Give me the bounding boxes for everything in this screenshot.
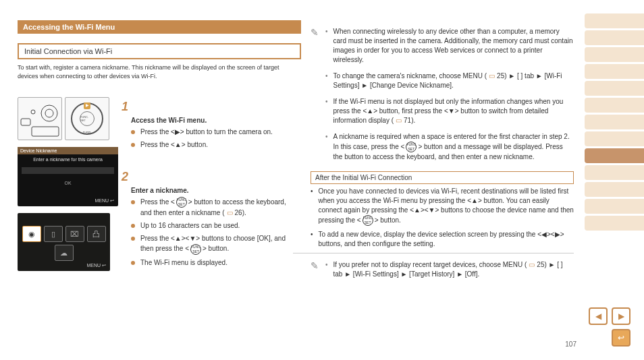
- return-button[interactable]: ↩: [612, 329, 630, 347]
- triangle-right-icon: ▶: [618, 311, 624, 321]
- tab[interactable]: [585, 131, 644, 146]
- func-set-icon: FUNCSET: [176, 197, 187, 208]
- book-icon: ▭: [529, 261, 535, 268]
- book-icon: ▭: [227, 209, 233, 216]
- tab[interactable]: [585, 165, 644, 180]
- down-icon: [429, 206, 435, 214]
- right-icon: [555, 231, 560, 238]
- book-icon: ▭: [396, 117, 402, 124]
- step-line: Press the <> button.: [131, 140, 297, 150]
- step-2: 2 Enter a nickname. Press the <FUNCSET> …: [122, 170, 297, 268]
- func-set-icon: FUNCSET: [190, 244, 201, 255]
- func-set-icon: FUNCSET: [406, 142, 417, 152]
- camera-icon: ◉: [22, 226, 41, 242]
- step-number: 2: [122, 170, 297, 184]
- up-icon: [471, 197, 478, 204]
- step-line: Press the <FUNCSET> button to access the…: [131, 197, 297, 218]
- up-icon: [175, 141, 182, 148]
- tab[interactable]: [585, 13, 644, 28]
- pencil-icon: ✎: [311, 27, 319, 38]
- menu-tag: MENU ↩: [86, 263, 106, 268]
- up-icon: [414, 206, 421, 214]
- step-line: Up to 16 characters can be used.: [131, 220, 297, 231]
- printer-icon: 凸: [87, 226, 106, 242]
- wifi-menu-screen: ◉ ▯ ⌧ 凸 ☁ MENU ↩: [18, 213, 110, 271]
- svg-point-1: [45, 109, 53, 117]
- tab[interactable]: [585, 199, 644, 214]
- step-title: Access the Wi-Fi menu.: [131, 117, 297, 124]
- prev-page-button[interactable]: ◀: [589, 307, 608, 325]
- subsection-heading: Initial Connection via Wi-Fi: [18, 43, 301, 59]
- down-icon: [448, 107, 455, 115]
- phone-icon: ▯: [44, 226, 63, 242]
- subsection-heading-2: After the Initial Wi-Fi Connection: [311, 171, 574, 184]
- triangle-left-icon: ◀: [595, 311, 601, 321]
- down-icon: [189, 235, 196, 242]
- left-icon: [541, 231, 547, 238]
- pencil-icon: ✎: [311, 260, 319, 271]
- tab[interactable]: [585, 30, 644, 45]
- step-1: 1 Access the Wi-Fi menu. Press the <▶> b…: [122, 100, 297, 150]
- up-icon: [367, 107, 373, 115]
- step-title: Enter a nickname.: [131, 187, 297, 194]
- nickname-screen: Device Nickname Enter a nickname for thi…: [18, 147, 118, 206]
- cloud-icon: ☁: [55, 245, 74, 261]
- book-icon: ▭: [489, 72, 495, 80]
- next-page-button[interactable]: ▶: [612, 307, 630, 325]
- note-text: When connecting wirelessly to any device…: [333, 27, 574, 65]
- section-heading: Accessing the Wi-Fi Menu: [18, 20, 301, 34]
- svg-point-4: [31, 110, 35, 114]
- figure-column: ▶ FUNC. SET DISP. Device Nickname Enter …: [18, 97, 110, 271]
- menu-tag: MENU ↩: [95, 198, 114, 204]
- svg-point-0: [41, 105, 57, 121]
- tab[interactable]: [585, 47, 644, 62]
- tab[interactable]: [585, 216, 644, 231]
- up-icon: [175, 235, 182, 242]
- note-text: If the Wi-Fi menu is not displayed but o…: [333, 97, 574, 125]
- note-text: To change the camera's nickname, choose …: [333, 71, 574, 90]
- intro-text: To start with, register a camera nicknam…: [18, 63, 301, 81]
- dial-diagram: ▶ FUNC. SET DISP.: [65, 97, 109, 140]
- computer-icon: ⌧: [65, 226, 84, 242]
- tab[interactable]: [585, 64, 644, 79]
- screen-title: Device Nickname: [18, 147, 118, 154]
- text-input-line: [22, 167, 114, 174]
- camera-back-diagram: [18, 97, 62, 140]
- note-text: A nickname is required when a space is e…: [333, 132, 574, 162]
- step-number: 1: [122, 100, 297, 114]
- play-icon: ▶: [175, 128, 180, 136]
- svg-rect-3: [32, 127, 59, 136]
- step-line: The Wi-Fi menu is displayed.: [131, 258, 297, 268]
- body-text: • Once you have connected to devices via…: [311, 187, 574, 249]
- ok-button-label: OK: [22, 181, 114, 185]
- note-text: If you prefer not to display recent targ…: [333, 260, 574, 279]
- tab[interactable]: [585, 115, 644, 129]
- tab[interactable]: [585, 81, 644, 96]
- note-block-2: ✎ •If you prefer not to display recent t…: [311, 260, 574, 286]
- tab[interactable]: [585, 182, 644, 197]
- step-line: Press the <><> buttons to choose [OK], a…: [131, 233, 297, 254]
- svg-rect-2: [21, 119, 30, 125]
- divider: [293, 253, 574, 253]
- note-block: ✎ •When connecting wirelessly to any dev…: [311, 27, 574, 169]
- side-tabs: [585, 13, 644, 231]
- step-line: Press the <▶> button to turn the camera …: [131, 127, 297, 137]
- return-icon: ↩: [618, 333, 624, 342]
- func-set-icon: FUNCSET: [363, 215, 373, 226]
- screen-prompt: Enter a nickname for this camera: [22, 157, 114, 162]
- tab-active[interactable]: [585, 148, 644, 163]
- page-number: 107: [565, 340, 576, 348]
- tab[interactable]: [585, 98, 644, 113]
